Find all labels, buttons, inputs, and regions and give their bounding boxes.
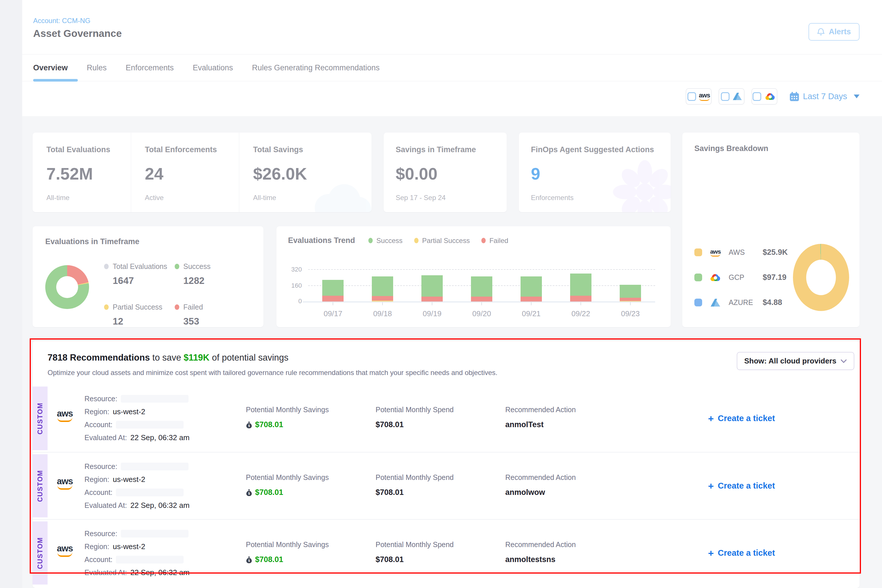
- card-title: Evaluations Trend: [288, 236, 355, 245]
- create-ticket-button[interactable]: +Create a ticket: [708, 414, 775, 423]
- legend-item: Success 1282: [175, 262, 210, 286]
- savings-watermark-icon: [307, 182, 372, 212]
- savings-in-timeframe-card: Savings in Timeframe $0.00 Sep 17 - Sep …: [384, 133, 507, 212]
- recommendations-header: 7818 Recommendations to save $119K of po…: [33, 341, 860, 385]
- evaluations-legend: Total Evaluations 1647 Success 1282 Pa: [104, 262, 210, 327]
- card-title: Evaluations in Timeframe: [45, 237, 255, 246]
- potential-monthly-savings: Potential Monthly Savings $708.01: [246, 385, 376, 429]
- legend-label: Failed: [183, 303, 203, 311]
- stat-value: $26.0K: [253, 164, 366, 183]
- trend-bar: [570, 273, 591, 302]
- legend-value: $97.19: [763, 273, 787, 282]
- resource-details: Resource: Region:us-west-2 Account: Eval…: [84, 520, 246, 579]
- gcp-logo-icon: [709, 273, 722, 282]
- tab-bar: Overview Rules Enforcements Evaluations …: [22, 54, 882, 81]
- legend-item: Total Evaluations 1647: [104, 262, 175, 286]
- bar-segment-failed: [520, 297, 542, 302]
- moneybag-icon: [246, 421, 252, 429]
- aws-logo-icon: aws: [56, 385, 74, 422]
- provider-filter-row: aws Last 7 Days: [686, 88, 860, 105]
- tab-rules[interactable]: Rules: [87, 63, 106, 72]
- cloud-provider-filter-dropdown[interactable]: Show: All cloud providers: [737, 352, 854, 370]
- aws-checkbox[interactable]: [687, 92, 696, 101]
- legend-value: $25.9K: [763, 248, 788, 257]
- trend-bar: [322, 280, 344, 302]
- date-range-picker[interactable]: Last 7 Days: [789, 92, 860, 102]
- bar-segment-failed: [471, 297, 492, 302]
- legend-dot: [104, 304, 109, 310]
- bar-segment-success: [570, 273, 591, 296]
- plus-icon: +: [708, 481, 714, 491]
- legend-label: GCP: [729, 273, 757, 282]
- stat-value: 7.52M: [46, 164, 125, 183]
- aws-logo-icon: aws: [56, 520, 74, 557]
- legend-dot: [414, 238, 418, 243]
- active-tab-underline: [33, 79, 78, 82]
- potential-monthly-spend: Potential Monthly Spend $708.01: [376, 385, 505, 429]
- azure-checkbox[interactable]: [721, 92, 729, 101]
- recommendation-row: CUSTOM aws Resource: Region:us-west-2 Ac…: [33, 452, 860, 519]
- tab-rules-generating-recommendations[interactable]: Rules Generating Recommendations: [252, 63, 380, 72]
- gcp-filter-toggle[interactable]: [752, 88, 777, 105]
- bell-icon: [817, 28, 825, 36]
- legend-value: 1647: [113, 275, 175, 286]
- trend-bar: [520, 276, 542, 302]
- tab-overview[interactable]: Overview: [33, 63, 68, 72]
- tab-enforcements[interactable]: Enforcements: [126, 63, 174, 72]
- aws-logo-icon: aws: [708, 249, 723, 256]
- stat-caption: Sep 17 - Sep 24: [396, 194, 501, 202]
- alerts-label: Alerts: [829, 27, 851, 36]
- bar-segment-success: [471, 276, 492, 296]
- legend-item: Failed 353: [175, 303, 210, 327]
- stat-caption: All-time: [46, 194, 125, 202]
- bar-segment-success: [422, 275, 443, 297]
- bar-segment-failed: [422, 297, 443, 302]
- total-enforcements-stat: Total Enforcements 24 Active: [131, 133, 239, 212]
- stat-label: FinOps Agent Suggested Actions: [531, 145, 665, 154]
- legend-dot: [175, 304, 179, 310]
- alerts-button[interactable]: Alerts: [808, 23, 860, 40]
- stat-label: Total Savings: [253, 145, 366, 154]
- stat-caption: Active: [145, 194, 234, 202]
- potential-monthly-spend: Potential Monthly Spend $708.01: [376, 520, 505, 564]
- total-evaluations-stat: Total Evaluations 7.52M All-time: [33, 133, 131, 212]
- total-savings-stat: Total Savings $26.0K All-time: [239, 133, 372, 212]
- stat-label: Savings in Timeframe: [396, 145, 501, 154]
- legend-label: AZURE: [729, 298, 757, 307]
- legend-label: Partial Success: [422, 237, 470, 245]
- trend-bar: [620, 285, 641, 302]
- x-tick-label: 09/21: [522, 309, 541, 318]
- trend-bar: [372, 276, 393, 302]
- bar-segment-failed: [620, 298, 641, 301]
- gridline-320: [308, 269, 655, 270]
- account-breadcrumb[interactable]: Account: CCM-NG: [33, 17, 90, 25]
- custom-badge: CUSTOM: [33, 454, 48, 518]
- create-ticket-button[interactable]: +Create a ticket: [708, 481, 775, 491]
- create-ticket-button[interactable]: +Create a ticket: [708, 548, 775, 558]
- bar-segment-partial-success: [620, 301, 641, 302]
- bar-segment-failed: [322, 296, 344, 302]
- azure-filter-toggle[interactable]: [718, 88, 744, 105]
- trend-bar: [422, 275, 443, 302]
- gcp-logo-icon: [764, 93, 776, 100]
- redacted-value: [121, 530, 189, 537]
- gcp-checkbox[interactable]: [753, 92, 761, 101]
- tab-evaluations[interactable]: Evaluations: [193, 63, 233, 72]
- aws-filter-toggle[interactable]: aws: [686, 88, 712, 105]
- legend-dot: [104, 264, 109, 269]
- legend-value: 353: [183, 316, 210, 327]
- plus-icon: +: [708, 414, 714, 423]
- azure-logo-icon: [732, 92, 742, 100]
- potential-monthly-savings: Potential Monthly Savings $708.01: [246, 453, 376, 497]
- legend-label: Total Evaluations: [113, 262, 167, 271]
- legend-label: AWS: [729, 248, 757, 256]
- dropdown-selected-value: Show: All cloud providers: [744, 357, 837, 366]
- evaluations-trend-card: Evaluations Trend Success Partial Succes…: [276, 226, 671, 327]
- recommended-action: Recommended Action anmolTest: [505, 385, 635, 429]
- legend-item: Failed: [482, 237, 508, 245]
- bar-segment-success: [322, 280, 344, 296]
- aws-logo-icon: aws: [699, 92, 710, 101]
- main-content: Total Evaluations 7.52M All-time Total E…: [22, 116, 882, 588]
- recommended-action: Recommended Action anmolwow: [505, 453, 635, 497]
- savings-donut-chart: [793, 244, 849, 311]
